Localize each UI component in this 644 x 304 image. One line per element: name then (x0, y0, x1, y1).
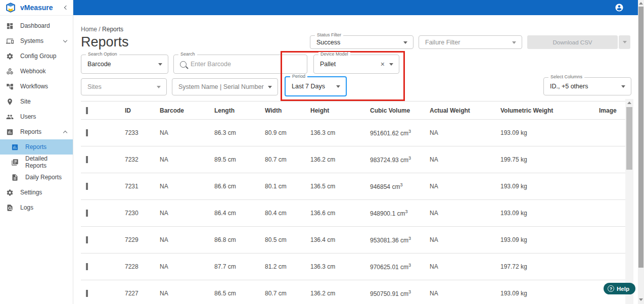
header-volumetric-weight: Volumetric Weight (500, 107, 599, 114)
sidebar-item-users[interactable]: Users (0, 109, 73, 124)
dropdown-arrow-icon[interactable] (268, 86, 272, 88)
scroll-up-icon[interactable] (639, 2, 643, 5)
page-scrollbar-thumb[interactable] (638, 7, 643, 268)
app-window: vMeasure Dashboard Systems Config Group … (0, 0, 644, 304)
dropdown-arrow-icon[interactable] (403, 41, 407, 44)
dropdown-arrow-icon[interactable] (336, 85, 340, 88)
dropdown-arrow-icon (623, 41, 627, 43)
status-filter-select[interactable]: Status Filter Success (310, 35, 413, 49)
config-gear-icon (6, 53, 14, 60)
bar-chart-icon (6, 128, 14, 136)
search-option-select[interactable]: Search Option Barcode (81, 55, 168, 74)
row-checkbox[interactable] (86, 129, 88, 136)
select-columns-value: ID., +5 others (544, 78, 618, 95)
breadcrumb: Home / Reports (81, 26, 123, 33)
cell-width: 80.1 cm (265, 183, 310, 190)
row-checkbox[interactable] (86, 290, 88, 297)
dropdown-arrow-icon[interactable] (621, 85, 625, 88)
search-placeholder: Enter Barcode (191, 61, 231, 68)
sidebar-item-site[interactable]: Site (0, 94, 73, 109)
workflow-icon (6, 83, 14, 90)
cell-width: 80.4 cm (265, 210, 310, 217)
breadcrumb-separator: / (99, 26, 100, 33)
cell-volumetric-weight: 193.09 kg (500, 183, 599, 190)
row-checkbox[interactable] (86, 263, 88, 270)
period-select[interactable]: Period Last 7 Days (285, 76, 347, 96)
header-width: Width (265, 107, 310, 114)
cell-width: 80.5 cm (265, 236, 310, 243)
row-checkbox[interactable] (86, 183, 88, 190)
cell-actual-weight: NA (430, 263, 500, 270)
sites-select[interactable]: Sites (81, 78, 167, 95)
cell-barcode: NA (160, 210, 214, 217)
select-columns-select[interactable]: Select Columns ID., +5 others (543, 77, 631, 95)
table-row: 7228 NA 87.7 cm 81.2 cm 136.3 cm 970625.… (81, 254, 625, 280)
cell-cubic-volume: 970625.01 cm3 (370, 263, 430, 271)
dropdown-arrow-icon[interactable] (157, 86, 161, 88)
cell-cubic-volume: 983724.93 cm3 (370, 156, 430, 164)
sidebar-item-workflows[interactable]: Workflows (0, 79, 73, 94)
collapse-sidebar-icon[interactable] (64, 6, 68, 10)
cell-height: 136.2 cm (310, 156, 370, 163)
user-account-icon[interactable] (615, 3, 624, 12)
system-name-select[interactable]: System Name | Serial Number (172, 78, 278, 95)
cell-id: 7228 (125, 263, 160, 270)
row-checkbox[interactable] (86, 156, 88, 163)
select-all-checkbox[interactable] (86, 107, 88, 114)
cell-height: 136.3 cm (310, 129, 370, 136)
device-model-select[interactable]: Device Model Pallet × (313, 55, 399, 74)
cell-cubic-volume: 951601.62 cm3 (370, 129, 430, 137)
breadcrumb-home-link[interactable]: Home (81, 26, 97, 33)
cell-volumetric-weight: 197.72 kg (500, 263, 599, 270)
table-scrollbar[interactable] (625, 99, 633, 304)
dropdown-arrow-icon[interactable] (158, 63, 162, 66)
help-button[interactable]: ? Help (604, 283, 635, 294)
search-input[interactable]: Search Enter Barcode (173, 55, 307, 74)
stacked-documents-icon (11, 159, 19, 166)
cell-height: 136.6 cm (310, 210, 370, 217)
cell-cubic-volume: 946854 cm3 (370, 182, 430, 190)
sites-placeholder: Sites (81, 79, 153, 95)
sidebar-item-systems[interactable]: Systems (0, 33, 73, 48)
bar-chart-icon (11, 143, 19, 151)
sidebar-item-webhook[interactable]: Webhook (0, 64, 73, 79)
period-value: Last 7 Days (286, 77, 333, 95)
cell-length: 86.3 cm (214, 129, 265, 136)
sidebar-item-config-group[interactable]: Config Group (0, 48, 73, 64)
scroll-up-icon[interactable] (627, 102, 631, 104)
download-csv-button[interactable]: Download CSV (527, 35, 618, 49)
page-scrollbar[interactable] (638, 0, 644, 304)
cell-id: 7232 (125, 156, 160, 163)
chevron-up-icon (63, 130, 67, 134)
cell-id: 7227 (125, 290, 160, 297)
sidebar-subitem-daily-reports[interactable]: Daily Reports (0, 170, 73, 185)
cell-length: 87.7 cm (214, 263, 265, 270)
dropdown-arrow-icon[interactable] (512, 41, 516, 44)
sidebar-item-settings[interactable]: Settings (0, 185, 73, 200)
row-checkbox[interactable] (86, 236, 88, 243)
location-pin-icon (6, 98, 14, 106)
vmeasure-logo-icon (5, 2, 16, 13)
row-checkbox[interactable] (86, 210, 88, 217)
cell-width: 80.7 cm (265, 156, 310, 163)
dropdown-arrow-icon[interactable] (389, 63, 393, 66)
reports-table: ID Barcode Length Width Height Cubic Vol… (81, 101, 625, 304)
sidebar-item-dashboard[interactable]: Dashboard (0, 18, 73, 33)
cell-length: 89.5 cm (214, 156, 265, 163)
table-scrollbar-thumb[interactable] (626, 107, 632, 170)
clear-icon[interactable]: × (381, 60, 385, 68)
failure-filter-select[interactable]: Failure Filter (419, 35, 522, 49)
download-csv-dropdown-button[interactable] (619, 35, 630, 49)
cell-volumetric-weight: 193.09 kg (500, 236, 599, 243)
sidebar-nav: Dashboard Systems Config Group Webhook W… (0, 18, 73, 215)
sidebar-subitem-detailed-reports[interactable]: Detailed Reports (0, 155, 73, 170)
cell-volumetric-weight: 193.09 kg (500, 210, 599, 217)
scroll-down-icon[interactable] (639, 298, 643, 301)
cell-volumetric-weight: 199.75 kg (500, 156, 599, 163)
cell-volumetric-weight: 193.09 kg (500, 129, 599, 136)
cell-actual-weight: NA (430, 156, 500, 163)
sidebar-item-reports[interactable]: Reports (0, 124, 73, 139)
sidebar-item-logs[interactable]: Logs (0, 200, 73, 215)
sidebar-subitem-reports[interactable]: Reports (0, 139, 73, 155)
cell-id: 7231 (125, 183, 160, 190)
